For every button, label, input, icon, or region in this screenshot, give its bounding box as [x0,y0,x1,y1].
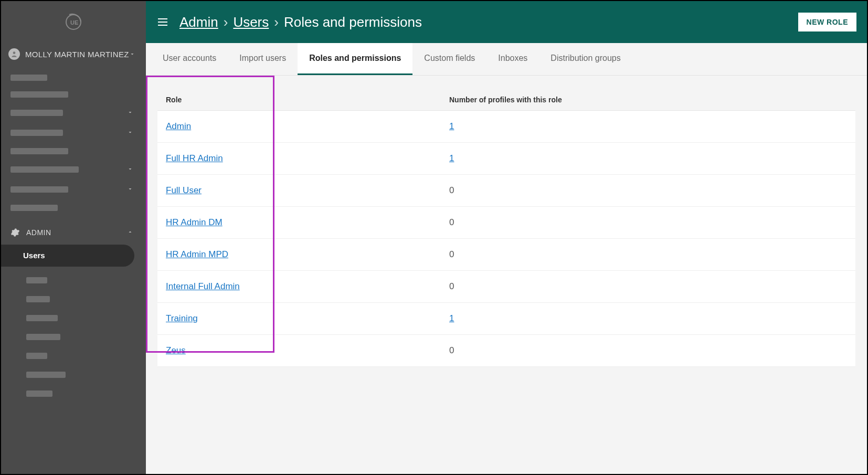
sidebar-subitem-placeholder[interactable] [26,365,146,384]
tab-custom-fields[interactable]: Custom fields [412,43,486,75]
tab-user-accounts[interactable]: User accounts [151,43,228,75]
role-link[interactable]: Full HR Admin [166,153,223,163]
content-area: Role Number of profiles with this role A… [146,76,867,381]
breadcrumb-admin[interactable]: Admin [179,14,218,30]
col-header-count: Number of profiles with this role [441,89,855,111]
menu-icon[interactable] [156,16,169,28]
table-row: HR Admin MPD0 [157,239,855,271]
sidebar-item-users[interactable]: Users [1,245,134,267]
sidebar-section-admin[interactable]: ADMIN [1,220,146,245]
table-row: Training1 [157,303,855,335]
tabs-bar: User accountsImport usersRoles and permi… [146,43,867,76]
chevron-down-icon [127,165,136,174]
col-header-role: Role [157,89,441,111]
breadcrumb-users[interactable]: Users [233,14,269,30]
sidebar-subitem-placeholder[interactable] [26,309,146,328]
main-content: Admin › Users › Roles and permissions NE… [146,1,867,474]
table-row: Internal Full Admin0 [157,271,855,303]
table-row: Admin1 [157,111,855,143]
new-role-button[interactable]: NEW ROLE [798,13,856,31]
sidebar-item-users-label: Users [23,251,45,260]
count-value: 0 [449,217,454,227]
count-value: 0 [449,345,454,355]
breadcrumb-separator: › [274,14,279,30]
user-name-label: MOLLY MARTIN MARTINEZ [25,50,129,59]
sidebar-subitem-placeholder[interactable] [26,271,146,290]
sidebar-subitem-placeholder[interactable] [26,290,146,309]
table-row: HR Admin DM0 [157,207,855,239]
svg-text:UE: UE [70,19,78,26]
sidebar-subitem-placeholder[interactable] [26,384,146,403]
sidebar-item-placeholder[interactable] [1,123,146,143]
tab-import-users[interactable]: Import users [228,43,298,75]
sidebar-item-placeholder[interactable] [1,199,146,216]
top-bar: Admin › Users › Roles and permissions NE… [146,1,867,43]
count-link[interactable]: 1 [449,153,454,163]
chevron-up-icon [127,228,136,237]
avatar-icon [8,48,20,60]
nav-placeholder-group [1,65,146,220]
tab-distribution-groups[interactable]: Distribution groups [539,43,632,75]
sidebar-item-placeholder[interactable] [1,86,146,103]
role-link[interactable]: Admin [166,121,191,131]
count-link[interactable]: 1 [449,313,454,323]
app-logo: UE [1,1,146,43]
chevron-down-icon [129,50,139,59]
sidebar-item-placeholder[interactable] [1,160,146,180]
table-row: Full HR Admin1 [157,143,855,175]
user-menu[interactable]: MOLLY MARTIN MARTINEZ [1,43,146,65]
gear-icon [10,228,20,237]
role-link[interactable]: HR Admin DM [166,217,223,227]
role-link[interactable]: HR Admin MPD [166,249,228,259]
role-link[interactable]: Full User [166,185,202,195]
breadcrumb-current: Roles and permissions [284,14,422,30]
count-value: 0 [449,249,454,259]
sidebar-subitem-placeholder[interactable] [26,328,146,346]
role-link[interactable]: Training [166,313,198,323]
count-value: 0 [449,185,454,195]
tab-roles-and-permissions[interactable]: Roles and permissions [298,43,412,75]
role-link[interactable]: Internal Full Admin [166,281,240,291]
role-link[interactable]: Zeus [166,345,186,355]
admin-section-label: ADMIN [26,228,127,237]
breadcrumb-separator: › [224,14,228,30]
sidebar-item-placeholder[interactable] [1,103,146,123]
count-value: 0 [449,281,454,291]
sidebar-item-placeholder[interactable] [1,143,146,160]
sidebar: UE MOLLY MARTIN MARTINEZ ADMIN Users [1,1,146,474]
chevron-down-icon [127,108,136,118]
chevron-down-icon [127,185,136,194]
sidebar-subitem-placeholder[interactable] [26,346,146,365]
tab-inboxes[interactable]: Inboxes [486,43,539,75]
chevron-down-icon [127,128,136,138]
table-row: Full User0 [157,175,855,207]
svg-point-2 [13,51,16,54]
table-row: Zeus0 [157,335,855,367]
sidebar-item-placeholder[interactable] [1,69,146,86]
sidebar-item-placeholder[interactable] [1,180,146,199]
roles-table: Role Number of profiles with this role A… [157,89,855,367]
count-link[interactable]: 1 [449,121,454,131]
breadcrumb: Admin › Users › Roles and permissions [179,14,798,30]
admin-sub-placeholder-group [1,267,146,403]
